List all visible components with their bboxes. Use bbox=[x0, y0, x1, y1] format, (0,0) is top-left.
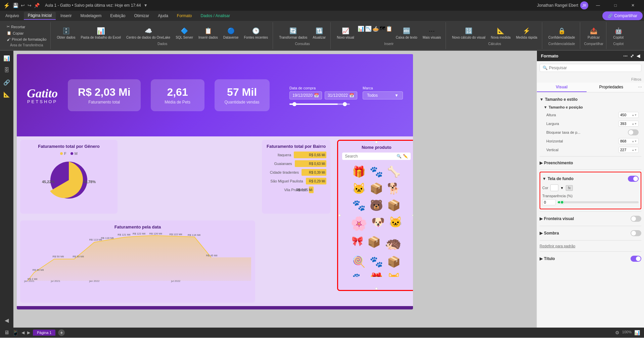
slider-thumb-left[interactable] bbox=[292, 102, 296, 106]
section-titulo[interactable]: ▶ Título bbox=[540, 254, 641, 264]
panel-arrow-icon[interactable]: ◀ bbox=[637, 53, 640, 58]
product-icon-7[interactable]: 🐾 bbox=[352, 199, 366, 212]
transparency-slider[interactable] bbox=[558, 201, 639, 203]
sombra-toggle[interactable] bbox=[631, 230, 641, 236]
tab-modelagem[interactable]: Modelagem bbox=[76, 12, 105, 19]
tab-inserir[interactable]: Inserir bbox=[56, 12, 76, 19]
bloquear-toggle[interactable] bbox=[628, 129, 639, 135]
tab-formato[interactable]: Formato bbox=[173, 12, 196, 19]
fronteira-toggle[interactable] bbox=[631, 216, 641, 222]
transform-button[interactable]: 🔄 Transformar dados bbox=[277, 26, 309, 41]
filter-search-input[interactable] bbox=[549, 66, 638, 70]
visual-type-map[interactable]: 🗺 bbox=[380, 26, 385, 32]
dropdown-arrow-color[interactable]: ▼ bbox=[560, 186, 564, 190]
handle-right[interactable] bbox=[412, 214, 413, 217]
section-tamanho-posicao[interactable]: ▼ Tamanho e posição bbox=[544, 104, 641, 111]
date-start-input[interactable]: 19/12/2020 📅 bbox=[289, 91, 322, 99]
tab-visual[interactable]: Visual bbox=[537, 83, 587, 92]
cut-button[interactable]: ✂Recortar bbox=[5, 24, 48, 30]
text-box-button[interactable]: 🔤 Caixa de texto bbox=[394, 26, 419, 41]
product-icon-14[interactable]: 📦 bbox=[367, 236, 381, 251]
sidebar-model-icon[interactable]: 🔗 bbox=[2, 78, 11, 87]
publish-button[interactable]: 📤 Publicar bbox=[586, 26, 602, 41]
section-preenchimento[interactable]: ▶ Preenchimento bbox=[540, 159, 641, 167]
get-data-button[interactable]: 🗄️ Obter dados bbox=[55, 26, 77, 41]
recent-sources-button[interactable]: 🕒 Fontes recentes bbox=[242, 26, 270, 41]
share-button[interactable]: 🔗 Compartilhar bbox=[602, 11, 643, 20]
product-icon-1[interactable]: 🎁 bbox=[352, 165, 366, 178]
tela-fundo-toggle[interactable] bbox=[628, 176, 639, 182]
minimize-btn[interactable]: — bbox=[590, 0, 606, 11]
nav-prev[interactable]: ◀ bbox=[21, 330, 25, 335]
product-icon-18[interactable]: 📦 bbox=[387, 255, 401, 268]
new-measure-button[interactable]: 📐 Nova medida bbox=[489, 26, 513, 41]
handle-top[interactable] bbox=[375, 141, 378, 143]
altura-input[interactable]: 450 ▲▼ bbox=[618, 112, 639, 118]
new-calc-button[interactable]: 🔢 Novo cálculo do visual bbox=[450, 26, 488, 41]
format-painter-button[interactable]: 🖌Pincel de formatação bbox=[5, 37, 48, 42]
tablet-icon[interactable]: 📱 bbox=[12, 330, 19, 336]
section-sombra[interactable]: ▶ Sombra bbox=[540, 228, 641, 238]
redefinir-link[interactable]: Redefinir para padrão bbox=[540, 243, 641, 249]
more-visuals-button[interactable]: ⋯ Mais visuais bbox=[421, 26, 443, 41]
product-icon-11[interactable]: 🐶 bbox=[371, 216, 385, 231]
product-icon-13[interactable]: 🎀 bbox=[352, 236, 363, 251]
product-icon-16[interactable]: 🍭 bbox=[352, 255, 366, 268]
handle-left[interactable] bbox=[338, 214, 341, 217]
maximize-btn[interactable]: □ bbox=[608, 0, 623, 11]
product-icon-20[interactable]: 🎁 bbox=[370, 272, 383, 277]
product-icon-8[interactable]: 🐻 bbox=[370, 199, 383, 212]
sidebar-arrow-icon[interactable]: ◀ bbox=[2, 315, 11, 325]
product-icon-4[interactable]: 🐱 bbox=[352, 182, 366, 195]
titulo-toggle[interactable] bbox=[631, 256, 641, 262]
tab-otimizar[interactable]: Otimizar bbox=[130, 12, 153, 19]
marca-select[interactable]: Todos ▼ bbox=[363, 91, 403, 99]
tab-arquivo[interactable]: Arquivo bbox=[1, 12, 23, 19]
product-icon-6[interactable]: 🐕 bbox=[387, 182, 401, 195]
refresh-button[interactable]: 🔃 Atualizar bbox=[311, 26, 328, 41]
tab-dados[interactable]: Dados / Analisar bbox=[197, 12, 234, 19]
product-icon-9[interactable]: 📦 bbox=[387, 199, 401, 212]
tab-ajuda[interactable]: Ajuda bbox=[154, 12, 172, 19]
monitor-icon[interactable]: 🖥 bbox=[4, 330, 9, 336]
product-icon-12[interactable]: 🐱 bbox=[389, 216, 402, 231]
date-slider[interactable] bbox=[289, 103, 350, 105]
product-icon-3[interactable]: 🦴 bbox=[387, 165, 401, 178]
product-search[interactable]: 🔍 ✏️ bbox=[342, 153, 411, 160]
panel-more-icon[interactable]: ⋯ bbox=[623, 53, 628, 58]
product-icon-19[interactable]: 🐾 bbox=[352, 272, 366, 277]
page-tab[interactable]: Página 1 bbox=[33, 330, 55, 336]
visual-type-line[interactable]: 📉 bbox=[365, 26, 372, 32]
product-icon-17[interactable]: 🐾 bbox=[370, 255, 383, 268]
copilot-button[interactable]: 🤖 Copilot bbox=[610, 26, 627, 41]
dataverse-button[interactable]: 🔵 Dataverse bbox=[221, 26, 241, 41]
largura-input[interactable]: 393 ▲▼ bbox=[618, 121, 639, 127]
tab-propriedades[interactable]: Propriedades bbox=[587, 83, 636, 92]
panel-expand-icon[interactable]: ⤢ bbox=[630, 53, 634, 58]
tela-fundo-toggle-row[interactable]: ▼ Tela de fundo bbox=[542, 174, 573, 183]
visual-type-pie[interactable]: 🥧 bbox=[372, 26, 379, 32]
fx-button[interactable]: fx bbox=[566, 185, 573, 191]
sidebar-report-icon[interactable]: 📊 bbox=[2, 53, 11, 63]
nav-next[interactable]: ▶ bbox=[27, 330, 30, 335]
product-icon-5[interactable]: 📦 bbox=[370, 182, 383, 195]
vertical-input[interactable]: 227 ▲▼ bbox=[618, 147, 639, 153]
horizontal-input[interactable]: 868 ▲▼ bbox=[618, 138, 639, 144]
sidebar-dax-icon[interactable]: 📐 bbox=[2, 90, 11, 99]
product-search-input[interactable] bbox=[345, 154, 395, 159]
new-visual-button[interactable]: 📈 Novo visual bbox=[335, 26, 356, 41]
onelake-button[interactable]: ☁️ Centro de dados do OneLake bbox=[124, 26, 172, 41]
product-icon-2[interactable]: 🐾 bbox=[370, 165, 383, 178]
tab-pagina-inicial[interactable]: Página Inicial bbox=[24, 12, 56, 20]
edit-icon[interactable]: ✏️ bbox=[403, 154, 408, 159]
date-end-input[interactable]: 31/12/2022 📅 bbox=[325, 91, 357, 99]
section-tamanho-estilo[interactable]: ▼ Tamanho e estilo bbox=[540, 95, 641, 104]
product-icon-15[interactable]: 🦔 bbox=[385, 236, 402, 251]
insert-data-button[interactable]: 📋 Inserir dados bbox=[196, 26, 220, 41]
close-btn[interactable]: ✕ bbox=[625, 0, 641, 11]
visual-type-table[interactable]: 📋 bbox=[386, 26, 393, 32]
quick-measure-button[interactable]: ⚡ Medida rápida bbox=[514, 26, 539, 41]
confidentiality-button[interactable]: 🔒 Confidencialidade bbox=[546, 26, 577, 41]
product-icon-21[interactable]: 🐱 bbox=[387, 272, 401, 277]
product-icon-10[interactable]: 🌸 bbox=[351, 216, 367, 231]
